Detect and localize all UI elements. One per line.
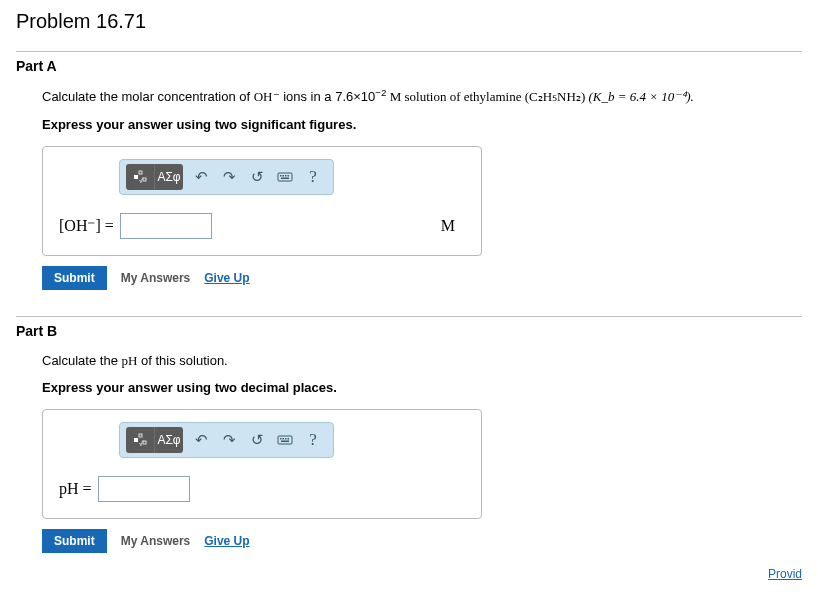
qA-species: OH⁻ (254, 89, 280, 104)
template-icon[interactable]: √ (126, 427, 155, 453)
qA-formula: (C₂H₅NH₂) (525, 89, 586, 104)
provide-feedback-link[interactable]: Provid (768, 567, 802, 581)
greek-button[interactable]: ΑΣφ (155, 164, 183, 190)
part-a-input[interactable] (120, 213, 212, 239)
svg-rect-18 (288, 438, 290, 440)
part-b-submit-row: Submit My Answers Give Up (42, 529, 802, 553)
svg-rect-14 (278, 436, 292, 444)
qB-text-1: Calculate the (42, 353, 122, 368)
part-b-heading: Part B (16, 316, 802, 339)
format-group-b: √ ΑΣφ (126, 427, 183, 453)
part-a-label: [OH⁻] = (59, 216, 114, 235)
template-icon[interactable]: √ (126, 164, 155, 190)
part-b-instruction: Express your answer using two decimal pl… (42, 380, 802, 395)
qB-text-2: of this solution. (137, 353, 227, 368)
svg-rect-1 (139, 171, 142, 174)
redo-icon[interactable]: ↷ (215, 427, 243, 453)
part-b-input[interactable] (98, 476, 190, 502)
svg-rect-4 (278, 173, 292, 181)
part-a-heading: Part A (16, 51, 802, 74)
svg-rect-10 (134, 438, 138, 442)
qA-text-3: M solution of ethylamine (386, 89, 524, 104)
svg-rect-13 (143, 441, 146, 444)
svg-rect-5 (280, 175, 282, 177)
qA-kb: (K_b = 6.4 × 10⁻⁴). (585, 89, 694, 104)
reset-icon[interactable]: ↺ (243, 164, 271, 190)
svg-text:√: √ (139, 177, 143, 184)
part-a-answer-box: √ ΑΣφ ↶ ↷ ↺ ? [OH⁻] = M (42, 146, 482, 256)
keyboard-icon[interactable] (271, 164, 299, 190)
svg-rect-3 (143, 178, 146, 181)
svg-rect-11 (139, 434, 142, 437)
part-b-answer-box: √ ΑΣφ ↶ ↷ ↺ ? pH = (42, 409, 482, 519)
part-b-answer-row: pH = (59, 476, 465, 502)
svg-rect-15 (280, 438, 282, 440)
part-a-give-up[interactable]: Give Up (204, 271, 249, 285)
qA-text-1: Calculate the molar concentration of (42, 89, 254, 104)
svg-rect-19 (281, 441, 289, 443)
keyboard-icon[interactable] (271, 427, 299, 453)
part-a-submit-button[interactable]: Submit (42, 266, 107, 290)
svg-rect-16 (283, 438, 285, 440)
qA-exp: −2 (375, 87, 386, 98)
part-b-question: Calculate the pH of this solution. (42, 351, 802, 371)
svg-text:√: √ (139, 440, 143, 447)
part-a-answer-row: [OH⁻] = M (59, 213, 465, 239)
reset-icon[interactable]: ↺ (243, 427, 271, 453)
part-a-instruction: Express your answer using two significan… (42, 117, 802, 132)
svg-rect-7 (285, 175, 287, 177)
redo-icon[interactable]: ↷ (215, 164, 243, 190)
svg-rect-6 (283, 175, 285, 177)
undo-icon[interactable]: ↶ (187, 427, 215, 453)
problem-title: Problem 16.71 (16, 10, 802, 33)
svg-rect-17 (285, 438, 287, 440)
svg-rect-0 (134, 175, 138, 179)
help-icon[interactable]: ? (299, 164, 327, 190)
undo-icon[interactable]: ↶ (187, 164, 215, 190)
svg-rect-9 (281, 177, 289, 179)
help-icon[interactable]: ? (299, 427, 327, 453)
part-a-toolbar: √ ΑΣφ ↶ ↷ ↺ ? (119, 159, 334, 195)
part-a-question: Calculate the molar concentration of OH⁻… (42, 86, 802, 107)
part-a-submit-row: Submit My Answers Give Up (42, 266, 802, 290)
format-group: √ ΑΣφ (126, 164, 183, 190)
part-b-label: pH = (59, 480, 92, 498)
part-a-unit: M (441, 217, 455, 235)
part-b-toolbar: √ ΑΣφ ↶ ↷ ↺ ? (119, 422, 334, 458)
part-b-give-up[interactable]: Give Up (204, 534, 249, 548)
qB-ph: pH (122, 353, 138, 368)
svg-rect-8 (288, 175, 290, 177)
part-a-my-answers[interactable]: My Answers (121, 271, 191, 285)
part-b-my-answers[interactable]: My Answers (121, 534, 191, 548)
part-b-submit-button[interactable]: Submit (42, 529, 107, 553)
qA-text-2: ions in a 7.6×10 (280, 89, 376, 104)
greek-button[interactable]: ΑΣφ (155, 427, 183, 453)
